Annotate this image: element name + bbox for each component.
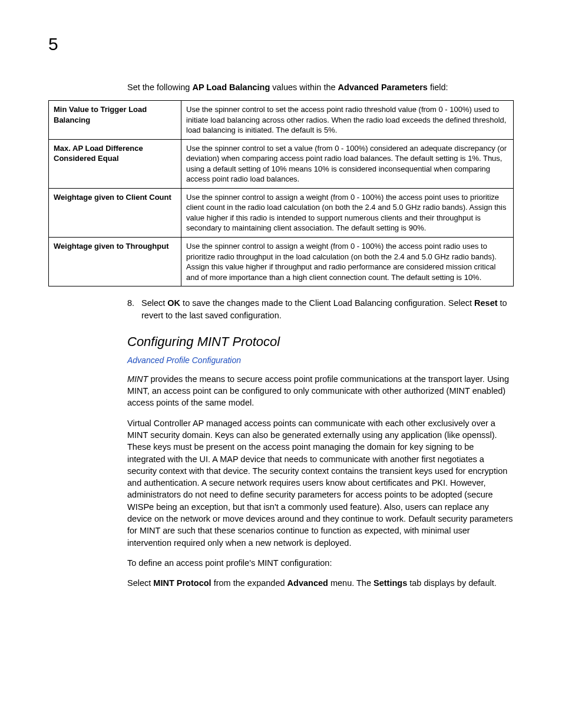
advanced-label: Advanced (287, 578, 328, 588)
param-name: Weightage given to Throughput (49, 238, 181, 286)
para-text: Select (127, 578, 153, 588)
page-content: Set the following AP Load Balancing valu… (48, 83, 514, 598)
param-name: Max. AP Load Difference Considered Equal (49, 139, 181, 188)
intro-suffix: field: (428, 83, 448, 92)
param-desc: Use the spinner control to assign a weig… (181, 188, 514, 237)
step-number: 8. (127, 297, 141, 321)
table-row: Weightage given to Throughput Use the sp… (49, 238, 514, 286)
param-desc: Use the spinner control to set a value (… (181, 139, 514, 188)
section-heading: Configuring MINT Protocol (127, 334, 514, 350)
step-text: to save the changes made to the Client L… (180, 298, 474, 308)
param-table: Min Value to Trigger Load Balancing Use … (48, 100, 514, 286)
paragraph: Select MINT Protocol from the expanded A… (127, 577, 514, 589)
table-row: Weightage given to Client Count Use the … (49, 188, 514, 237)
table-row: Min Value to Trigger Load Balancing Use … (49, 101, 514, 140)
param-name: Weightage given to Client Count (49, 188, 181, 237)
table-row: Max. AP Load Difference Considered Equal… (49, 139, 514, 188)
step-body: Select OK to save the changes made to th… (141, 297, 514, 321)
para-text: tab displays by default. (407, 578, 497, 588)
intro-bold-1: AP Load Balancing (192, 83, 270, 92)
advanced-profile-config-link[interactable]: Advanced Profile Configuration (127, 355, 514, 365)
para-text: provides the means to secure access poin… (127, 374, 509, 408)
param-desc: Use the spinner control to assign a weig… (181, 238, 514, 286)
intro-prefix: Set the following (127, 83, 192, 92)
intro-line: Set the following AP Load Balancing valu… (127, 83, 514, 92)
ok-label: OK (167, 298, 180, 308)
para-text: menu. The (328, 578, 373, 588)
step-text: Select (141, 298, 167, 308)
param-name: Min Value to Trigger Load Balancing (49, 101, 181, 140)
param-desc: Use the spinner control to set the acces… (181, 101, 514, 140)
paragraph: MINT provides the means to secure access… (127, 373, 514, 409)
paragraph: To define an access point profile's MINT… (127, 557, 514, 569)
intro-bold-2: Advanced Parameters (338, 83, 428, 92)
step-8: 8. Select OK to save the changes made to… (127, 297, 514, 321)
reset-label: Reset (474, 298, 498, 308)
mint-term: MINT (127, 374, 148, 384)
intro-mid: values within the (270, 83, 338, 92)
page-number: 5 (48, 34, 58, 54)
paragraph: Virtual Controller AP managed access poi… (127, 417, 514, 549)
settings-label: Settings (373, 578, 407, 588)
para-text: from the expanded (211, 578, 287, 588)
mint-protocol-label: MINT Protocol (153, 578, 211, 588)
